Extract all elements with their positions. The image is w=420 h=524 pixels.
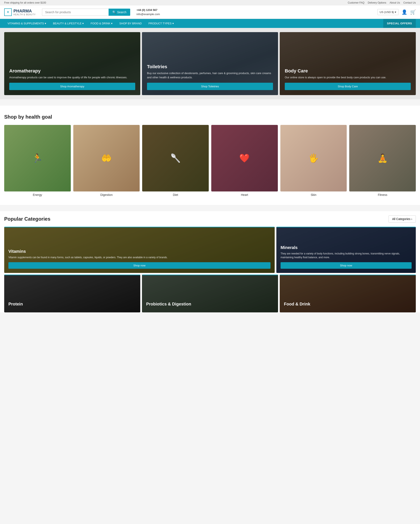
health-goal-digestion-label: Digestion	[73, 193, 140, 196]
hero-aromatherapy-desc: Aromatherapy products can be used to imp…	[9, 75, 135, 79]
health-goal-digestion[interactable]: 🤲 Digestion	[73, 125, 140, 196]
hero-bodycare-desc: Our online store is always open to provi…	[285, 75, 411, 79]
health-goal-skin[interactable]: 🖐️ Skin	[280, 125, 347, 196]
about-us-link[interactable]: About Us	[390, 1, 400, 4]
main-nav: VITAMINS & SUPPLEMENTS ▾ BEAUTY & LIFEST…	[0, 19, 420, 28]
hero-card-bodycare: Body Care Our online store is always ope…	[280, 32, 416, 95]
energy-icon: 🏃	[4, 125, 71, 192]
shipping-text: Free shipping for all orders over $100	[4, 1, 46, 4]
categories-bottom-row: Protein Probiotics & Digestion Food & Dr…	[4, 275, 416, 312]
customer-faq-link[interactable]: Customer FAQ	[348, 1, 364, 4]
vitamins-title: Vitamins	[9, 249, 271, 254]
health-goals-title: Shop by health goal	[4, 114, 416, 120]
diet-icon: 🥄	[142, 125, 209, 192]
heart-icon: ❤️	[211, 125, 278, 192]
categories-header: Popular Categories All Categories ›	[4, 215, 416, 223]
email-address: info@example.com	[137, 12, 160, 16]
logo-text: PHARMA HEALTH & BEAUTY	[13, 9, 36, 16]
chevron-down-icon: ▾	[172, 22, 174, 25]
search-bar: 🔍 Search	[42, 9, 130, 16]
health-goal-energy-img: 🏃	[4, 125, 71, 192]
health-goal-digestion-img: 🤲	[73, 125, 140, 192]
fitness-icon: 🧘	[349, 125, 416, 192]
health-goal-skin-img: 🖐️	[280, 125, 347, 192]
minerals-accent	[276, 227, 416, 227]
brand-name: PHARMA	[13, 9, 36, 13]
health-goal-diet-img: 🥄	[142, 125, 209, 192]
currency-arrow: ▾	[395, 10, 396, 14]
digestion-icon: 🤲	[73, 125, 140, 192]
hero-toiletries-desc: Buy our exclusive collection of deodoran…	[147, 71, 273, 79]
nav-item-beauty[interactable]: BEAUTY & LIFESTYLE ▾	[50, 19, 87, 28]
search-icon: 🔍	[112, 10, 116, 14]
health-goal-fitness-label: Fitness	[349, 193, 416, 196]
contact-info: +44 (0) 1234 567 info@example.com	[137, 8, 160, 16]
brand-sub: HEALTH & BEAUTY	[13, 13, 36, 16]
categories-section: Popular Categories All Categories › Vita…	[0, 211, 420, 312]
top-bar: Free shipping for all orders over $100 C…	[0, 0, 420, 5]
categories-top-row: Vitamins Vitamin supplements can be foun…	[4, 227, 416, 273]
nav-special-offers[interactable]: SPECIAL OFFERS	[383, 19, 416, 28]
logo: + PHARMA HEALTH & BEAUTY	[4, 9, 38, 16]
health-goals-grid: 🏃 Energy 🤲 Digestion 🥄 Diet ❤️ Heart 🖐️	[4, 125, 416, 196]
cart-icon[interactable]: 🛒	[410, 9, 416, 15]
hero-bodycare-button[interactable]: Shop Body Care	[285, 83, 411, 90]
hero-bodycare-title: Body Care	[285, 68, 411, 74]
hero-card-toiletries: Toiletries Buy our exclusive collection …	[142, 32, 278, 95]
hero-toiletries-title: Toiletries	[147, 64, 273, 70]
nav-item-vitamins[interactable]: VITAMINS & SUPPLEMENTS ▾	[4, 19, 50, 28]
health-goal-energy-label: Energy	[4, 193, 71, 196]
probiotics-title: Probiotics & Digestion	[146, 302, 274, 306]
category-card-vitamins: Vitamins Vitamin supplements can be foun…	[4, 227, 275, 273]
category-card-minerals: Minerals They are needed for a variety o…	[276, 227, 416, 273]
search-button[interactable]: 🔍 Search	[109, 9, 130, 16]
chevron-down-icon: ▾	[82, 22, 84, 25]
chevron-down-icon: ▾	[111, 22, 113, 25]
vitamins-shop-button[interactable]: Shop now	[9, 262, 271, 269]
protein-title: Protein	[9, 302, 136, 306]
all-categories-button[interactable]: All Categories ›	[388, 215, 416, 223]
header: + PHARMA HEALTH & BEAUTY 🔍 Search +44 (0…	[0, 5, 420, 19]
category-card-protein: Protein	[4, 275, 140, 312]
hero-card-aromatherapy: Aromatherapy Aromatherapy products can b…	[4, 32, 140, 95]
protein-accent	[4, 275, 140, 275]
delivery-options-link[interactable]: Delivery Options	[368, 1, 386, 4]
nav-item-brand[interactable]: SHOP BY BRAND	[116, 19, 145, 28]
header-right: US (USD $) ▾ 👤 🛒	[377, 9, 416, 15]
nav-item-product-types[interactable]: PRODUCT TYPES ▾	[145, 19, 177, 28]
health-goal-fitness-img: 🧘	[349, 125, 416, 192]
currency-selector[interactable]: US (USD $) ▾	[377, 9, 399, 15]
fooddrink-accent	[280, 275, 416, 275]
logo-icon: +	[4, 9, 12, 16]
account-icon[interactable]: 👤	[402, 9, 407, 15]
category-card-fooddrink: Food & Drink	[280, 275, 416, 312]
top-bar-links: Customer FAQ Delivery Options About Us C…	[348, 1, 416, 4]
health-goal-energy[interactable]: 🏃 Energy	[4, 125, 71, 196]
health-goal-heart-label: Heart	[211, 193, 278, 196]
minerals-desc: They are needed for a variety of body fu…	[280, 252, 411, 259]
categories-title: Popular Categories	[4, 216, 50, 222]
health-goals-section: Shop by health goal 🏃 Energy 🤲 Digestion…	[0, 105, 420, 205]
health-goal-diet[interactable]: 🥄 Diet	[142, 125, 209, 196]
vitamins-desc: Vitamin supplements can be found in many…	[9, 255, 271, 259]
fooddrink-title: Food & Drink	[284, 302, 411, 306]
contact-us-link[interactable]: Contact Us	[403, 1, 416, 4]
health-goal-diet-label: Diet	[142, 193, 209, 196]
hero-aromatherapy-title: Aromatherapy	[9, 68, 135, 74]
currency-label: US (USD $)	[380, 10, 394, 14]
hero-toiletries-button[interactable]: Shop Toiletries	[147, 83, 273, 90]
health-goal-skin-label: Skin	[280, 193, 347, 196]
health-goal-heart-img: ❤️	[211, 125, 278, 192]
search-input[interactable]	[42, 9, 109, 16]
minerals-title: Minerals	[280, 245, 411, 250]
hero-section: Aromatherapy Aromatherapy products can b…	[0, 28, 420, 99]
chevron-right-icon: ›	[411, 217, 412, 221]
vitamins-accent	[4, 227, 275, 227]
health-goal-fitness[interactable]: 🧘 Fitness	[349, 125, 416, 196]
phone-number: +44 (0) 1234 567	[137, 8, 160, 12]
minerals-shop-button[interactable]: Shop now	[280, 262, 411, 269]
hero-aromatherapy-button[interactable]: Shop Aromatherapy	[9, 83, 135, 90]
health-goal-heart[interactable]: ❤️ Heart	[211, 125, 278, 196]
nav-item-food[interactable]: FOOD & DRINK ▾	[87, 19, 116, 28]
category-card-probiotics: Probiotics & Digestion	[142, 275, 278, 312]
